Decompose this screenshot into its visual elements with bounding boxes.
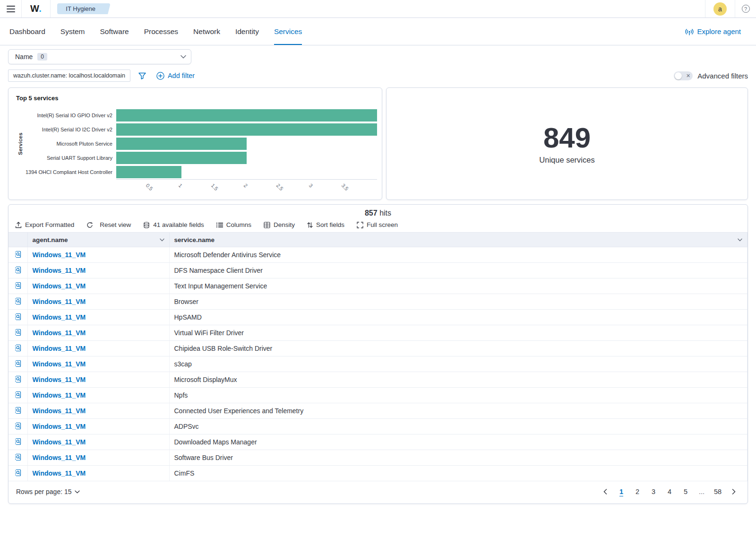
previous-page-button[interactable]	[599, 486, 611, 498]
agent-name-link[interactable]: Windows_11_VM	[33, 345, 86, 352]
inspect-document-icon[interactable]	[14, 251, 22, 258]
name-filter-select[interactable]: Name 0	[8, 49, 191, 64]
density-button[interactable]: Density	[264, 221, 295, 228]
chart-y-axis-label: Services	[16, 108, 25, 179]
advanced-filters-toggle[interactable]: ✕	[674, 71, 693, 80]
service-name-cell: Microsoft DisplayMux	[169, 372, 747, 388]
inspect-document-icon[interactable]	[14, 422, 22, 430]
inspect-document-icon[interactable]	[14, 266, 22, 274]
table-row: Windows_11_VM HpSAMD	[9, 310, 747, 325]
agent-name-link[interactable]: Windows_11_VM	[33, 360, 86, 368]
list-icon	[216, 222, 223, 228]
filter-funnel-button[interactable]	[138, 72, 146, 79]
service-name-cell: Virtual WiFi Filter Driver	[169, 325, 747, 341]
tab-network[interactable]: Network	[193, 18, 220, 45]
module-tabs: Dashboard System Software Processes Netw…	[0, 18, 756, 45]
chevron-down-icon[interactable]	[160, 238, 164, 242]
tab-dashboard[interactable]: Dashboard	[9, 18, 45, 45]
columns-button[interactable]: Columns	[216, 221, 251, 228]
agent-name-link[interactable]: Windows_11_VM	[33, 423, 86, 430]
agent-name-link[interactable]: Windows_11_VM	[33, 391, 86, 399]
service-name-cell: Downloaded Maps Manager	[169, 434, 747, 450]
page-button-2[interactable]: 2	[631, 486, 644, 498]
service-name-cell: Chipidea USB Role-Switch Driver	[169, 341, 747, 356]
agent-name-link[interactable]: Windows_11_VM	[33, 313, 86, 321]
full-screen-button[interactable]: Full screen	[357, 221, 398, 228]
cluster-filter-pill[interactable]: wazuh.cluster.name: localhost.localdomai…	[8, 69, 130, 82]
reset-view-button[interactable]: Reset view	[86, 221, 131, 228]
inspect-document-icon[interactable]	[14, 344, 22, 352]
plus-circle-icon	[156, 72, 164, 80]
unique-services-panel: 849 Unique services	[386, 87, 748, 200]
column-header-service-name[interactable]: service.name	[169, 233, 747, 247]
inspect-document-icon[interactable]	[14, 360, 22, 367]
help-icon[interactable]: ?	[742, 5, 750, 13]
page-button-58[interactable]: 58	[712, 486, 724, 498]
avatar[interactable]: a	[713, 2, 727, 16]
inspect-document-icon[interactable]	[14, 438, 22, 445]
table-row: Windows_11_VM s3cap	[9, 356, 747, 372]
filter-row: wazuh.cluster.name: localhost.localdomai…	[8, 69, 748, 82]
services-table: agent.name service.name	[9, 232, 747, 481]
inspect-document-icon[interactable]	[14, 313, 22, 321]
agent-name-link[interactable]: Windows_11_VM	[33, 298, 86, 305]
tab-software[interactable]: Software	[100, 18, 129, 45]
table-toolbar: Export Formatted Reset view 41 available…	[9, 219, 747, 232]
agent-name-link[interactable]: Windows_11_VM	[33, 438, 86, 446]
toggle-x-icon: ✕	[686, 73, 690, 78]
explore-agent-button[interactable]: Explore agent	[685, 18, 741, 45]
table-row: Windows_11_VM Browser	[9, 294, 747, 310]
chart-bar[interactable]	[116, 166, 181, 178]
wazuh-logo[interactable]: W.	[22, 0, 51, 17]
top-5-services-panel: Top 5 services Services Intel(R) Serial …	[8, 87, 382, 200]
agent-name-link[interactable]: Windows_11_VM	[33, 469, 86, 477]
agent-name-link[interactable]: Windows_11_VM	[33, 329, 86, 337]
page-button-1[interactable]: 1	[615, 486, 627, 498]
chart-bar[interactable]	[116, 109, 377, 121]
x-tick-label: 1.5	[210, 182, 219, 191]
tab-services[interactable]: Services	[274, 18, 302, 45]
control-column-header	[9, 233, 27, 247]
page-button-3[interactable]: 3	[647, 486, 660, 498]
chart-category-label: Microsoft Pluton Service	[25, 141, 116, 147]
table-row: Windows_11_VM Downloaded Maps Manager	[9, 434, 747, 450]
x-tick-label: 2.5	[275, 182, 284, 191]
x-tick-label: 3.5	[341, 182, 350, 191]
tab-processes[interactable]: Processes	[144, 18, 178, 45]
chart-bar[interactable]	[116, 138, 247, 150]
page-button-5[interactable]: 5	[679, 486, 692, 498]
inspect-document-icon[interactable]	[14, 297, 22, 305]
chart-bar[interactable]	[116, 152, 247, 164]
chevron-down-icon[interactable]	[738, 238, 742, 242]
agent-name-link[interactable]: Windows_11_VM	[33, 282, 86, 290]
tab-system[interactable]: System	[60, 18, 85, 45]
chevron-down-icon	[180, 55, 186, 59]
tab-identity[interactable]: Identity	[235, 18, 259, 45]
table-row: Windows_11_VM Chipidea USB Role-Switch D…	[9, 341, 747, 356]
sort-fields-button[interactable]: Sort fields	[307, 221, 344, 228]
export-formatted-button[interactable]: Export Formatted	[15, 221, 74, 228]
agent-name-link[interactable]: Windows_11_VM	[33, 407, 86, 415]
agent-name-link[interactable]: Windows_11_VM	[33, 251, 86, 259]
chart-bar[interactable]	[116, 123, 377, 136]
inspect-document-icon[interactable]	[14, 391, 22, 399]
breadcrumb-it-hygiene[interactable]: IT Hygiene	[57, 3, 106, 14]
available-fields-button[interactable]: 41 available fields	[143, 221, 204, 228]
inspect-document-icon[interactable]	[14, 282, 22, 289]
next-page-button[interactable]	[728, 486, 740, 498]
inspect-document-icon[interactable]	[14, 375, 22, 383]
agent-name-link[interactable]: Windows_11_VM	[33, 267, 86, 274]
agent-name-link[interactable]: Windows_11_VM	[33, 454, 86, 461]
inspect-document-icon[interactable]	[14, 453, 22, 461]
rows-per-page-button[interactable]: Rows per page: 15	[16, 488, 80, 495]
page-button-4[interactable]: 4	[663, 486, 676, 498]
agent-name-link[interactable]: Windows_11_VM	[33, 376, 86, 383]
service-name-cell: Text Input Management Service	[169, 278, 747, 294]
inspect-document-icon[interactable]	[14, 469, 22, 477]
inspect-document-icon[interactable]	[14, 407, 22, 414]
advanced-filters-label: Advanced filters	[697, 72, 748, 80]
add-filter-button[interactable]: Add filter	[156, 72, 195, 80]
column-header-agent-name[interactable]: agent.name	[27, 233, 169, 247]
hamburger-menu-button[interactable]	[0, 0, 22, 17]
inspect-document-icon[interactable]	[14, 329, 22, 336]
